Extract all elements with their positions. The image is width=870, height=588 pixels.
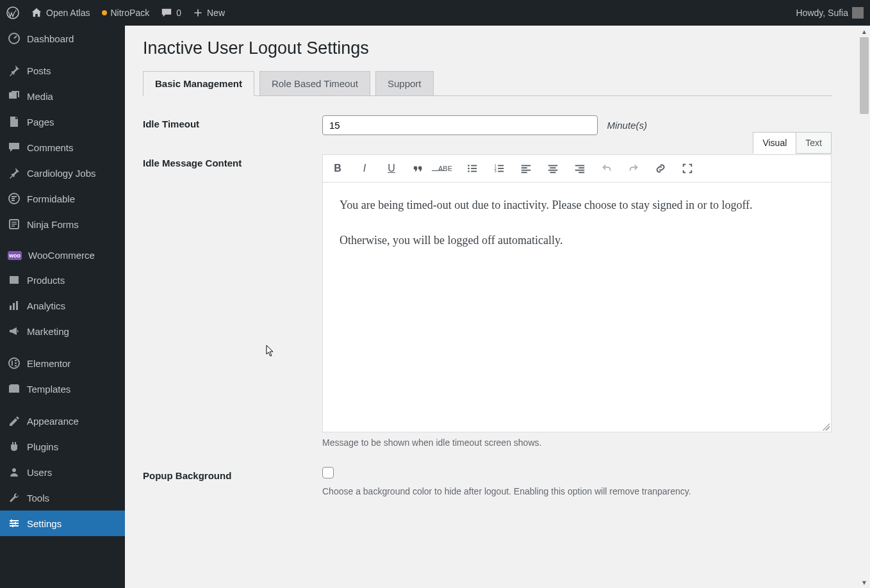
new-label: New [207, 8, 225, 18]
page-icon [8, 115, 21, 128]
sidebar-item-plugins[interactable]: Plugins [0, 434, 125, 459]
sidebar-item-products[interactable]: Products [0, 267, 125, 293]
nitropack-dot-icon [102, 10, 107, 15]
home-icon [31, 7, 42, 19]
page-title: Inactive User Logout Settings [143, 38, 832, 58]
italic-button[interactable]: I [357, 161, 372, 176]
sidebar-item-elementor[interactable]: Elementor [0, 350, 125, 376]
editor-tab-visual[interactable]: Visual [753, 132, 796, 154]
svg-point-19 [468, 170, 470, 172]
admin-bar-right: Howdy, Sufia [796, 7, 864, 19]
sidebar-item-appearance[interactable]: Appearance [0, 408, 125, 434]
idle-timeout-label: Idle Timeout [143, 115, 322, 129]
sidebar-item-label: Pages [27, 117, 54, 127]
svg-rect-21 [471, 168, 477, 169]
idle-timeout-input[interactable] [322, 115, 598, 135]
align-right-button[interactable] [573, 161, 587, 176]
admin-sidebar: Dashboard Posts Media Pages Comments Car… [0, 26, 125, 588]
sidebar-item-settings[interactable]: Settings [0, 510, 125, 536]
wp-logo[interactable] [6, 6, 19, 19]
align-left-button[interactable] [519, 161, 533, 176]
svg-rect-5 [10, 276, 19, 277]
svg-rect-16 [12, 525, 13, 527]
scroll-down-button[interactable]: ▼ [858, 576, 870, 588]
sidebar-item-tools[interactable]: Tools [0, 485, 125, 510]
howdy-link[interactable]: Howdy, Sufia [796, 7, 864, 19]
underline-button[interactable]: U [384, 161, 398, 176]
bullet-list-button[interactable] [465, 161, 479, 176]
nitropack-link[interactable]: NitroPack [102, 8, 150, 18]
svg-rect-35 [548, 170, 557, 171]
editor-paragraph-2: Otherwise, you will be logged off automa… [340, 231, 814, 250]
sidebar-item-comments[interactable]: Comments [0, 135, 125, 160]
sidebar-item-label: Cardiology Jobs [27, 168, 96, 179]
sidebar-item-label: Appearance [27, 416, 79, 427]
editor-toolbar: B I U ABE 123 [322, 154, 832, 183]
comment-icon [161, 7, 172, 19]
strikethrough-button[interactable]: ABE [438, 161, 452, 176]
sidebar-item-label: Tools [27, 493, 49, 503]
tab-role-based-timeout[interactable]: Role Based Timeout [259, 71, 370, 95]
sidebar-item-label: Plugins [27, 441, 58, 452]
editor-resize-handle[interactable] [822, 423, 830, 430]
tools-icon [8, 491, 21, 504]
sidebar-item-posts[interactable]: Posts [0, 58, 125, 83]
sidebar-item-analytics[interactable]: Analytics [0, 293, 125, 318]
svg-rect-28 [498, 171, 504, 172]
users-icon [8, 466, 21, 478]
svg-rect-13 [10, 525, 19, 527]
sidebar-item-media[interactable]: Media [0, 83, 125, 109]
bold-button[interactable]: B [331, 161, 345, 176]
sidebar-item-woocommerce[interactable]: woo WooCommerce [0, 243, 125, 267]
settings-tabs: Basic Management Role Based Timeout Supp… [143, 71, 832, 96]
sidebar-item-label: Media [27, 91, 53, 102]
sidebar-item-label: Analytics [27, 300, 65, 311]
fullscreen-button[interactable] [680, 161, 694, 176]
svg-rect-30 [521, 167, 527, 168]
blockquote-button[interactable] [411, 161, 425, 176]
comments-link[interactable]: 0 [161, 7, 181, 19]
sidebar-item-label: Comments [27, 142, 74, 153]
svg-rect-20 [471, 165, 477, 167]
svg-rect-12 [10, 523, 19, 524]
popup-bg-checkbox[interactable] [322, 467, 334, 478]
sidebar-item-users[interactable]: Users [0, 459, 125, 485]
editor-content-area[interactable]: You are being timed-out out due to inact… [322, 183, 832, 432]
settings-icon [8, 517, 21, 530]
sidebar-item-formidable[interactable]: Formidable [0, 186, 125, 211]
site-name-link[interactable]: Open Atlas [31, 7, 90, 19]
scroll-thumb[interactable] [860, 37, 869, 114]
align-center-button[interactable] [546, 161, 560, 176]
link-button[interactable] [653, 161, 668, 176]
sidebar-item-cardiology-jobs[interactable]: Cardiology Jobs [0, 160, 125, 186]
sidebar-item-ninja-forms[interactable]: Ninja Forms [0, 211, 125, 237]
undo-button[interactable] [600, 161, 614, 176]
sidebar-item-dashboard[interactable]: Dashboard [0, 26, 125, 51]
svg-rect-14 [11, 519, 12, 522]
vertical-scrollbar[interactable]: ▲ ▼ [858, 26, 870, 588]
svg-rect-33 [548, 165, 557, 167]
admin-bar-left: Open Atlas NitroPack 0 New [6, 6, 225, 19]
howdy-text: Howdy, Sufia [796, 8, 848, 18]
tab-support[interactable]: Support [375, 71, 434, 95]
sidebar-item-marketing[interactable]: Marketing [0, 318, 125, 344]
numbered-list-button[interactable]: 123 [492, 161, 506, 176]
svg-rect-7 [13, 303, 15, 310]
svg-point-17 [468, 165, 470, 167]
svg-rect-26 [498, 165, 504, 167]
tab-basic-management[interactable]: Basic Management [143, 71, 254, 96]
redo-button[interactable] [627, 161, 641, 176]
comment-icon [8, 141, 21, 154]
svg-rect-40 [579, 172, 584, 173]
scroll-up-button[interactable]: ▲ [858, 26, 870, 37]
plus-icon [193, 8, 203, 18]
editor-tab-text[interactable]: Text [796, 132, 832, 154]
sidebar-item-pages[interactable]: Pages [0, 109, 125, 135]
svg-rect-4 [10, 277, 19, 284]
new-link[interactable]: New [193, 8, 225, 18]
avatar [852, 7, 864, 19]
sidebar-item-label: Settings [27, 518, 62, 529]
sidebar-item-label: Ninja Forms [27, 219, 79, 230]
sidebar-item-templates[interactable]: Templates [0, 376, 125, 402]
svg-rect-6 [10, 306, 12, 310]
